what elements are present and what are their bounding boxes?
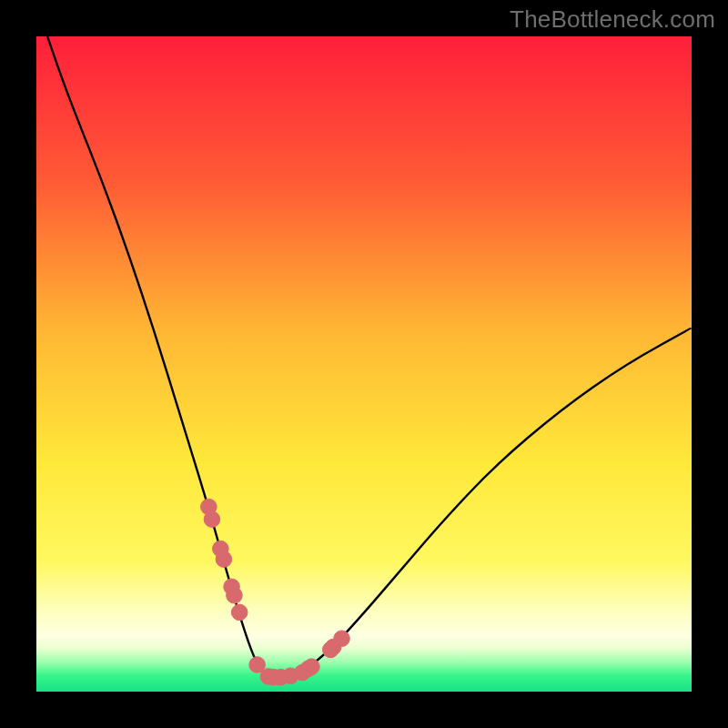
marker-dot <box>304 659 320 675</box>
marker-dot <box>227 587 243 603</box>
plot-area <box>36 36 692 692</box>
marker-dot <box>216 551 232 568</box>
marker-dot <box>334 631 350 647</box>
marker-dot <box>231 604 248 621</box>
watermark-text: TheBottleneck.com <box>510 5 715 34</box>
chart-svg <box>36 36 692 692</box>
chart-frame: TheBottleneck.com <box>0 0 728 728</box>
gradient-background <box>36 36 692 692</box>
marker-dot <box>204 511 220 528</box>
